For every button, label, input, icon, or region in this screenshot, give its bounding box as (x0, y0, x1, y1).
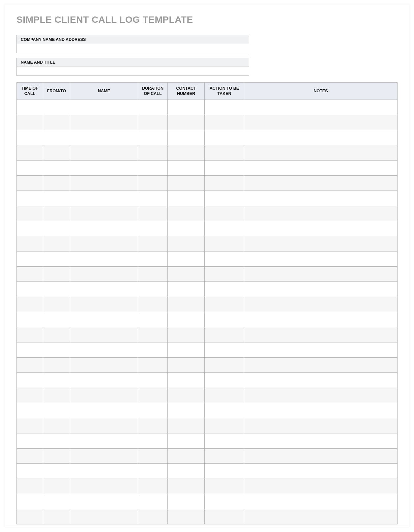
cell-action[interactable] (205, 297, 244, 312)
cell-time[interactable] (17, 145, 43, 161)
cell-duration[interactable] (138, 130, 168, 145)
cell-duration[interactable] (138, 327, 168, 342)
cell-action[interactable] (205, 433, 244, 449)
cell-action[interactable] (205, 388, 244, 403)
cell-time[interactable] (17, 282, 43, 297)
cell-name[interactable] (70, 494, 138, 509)
cell-contact[interactable] (168, 130, 205, 145)
cell-duration[interactable] (138, 373, 168, 388)
cell-contact[interactable] (168, 449, 205, 464)
cell-duration[interactable] (138, 479, 168, 494)
cell-fromto[interactable] (43, 251, 70, 267)
cell-contact[interactable] (168, 373, 205, 388)
cell-notes[interactable] (244, 282, 398, 297)
cell-time[interactable] (17, 312, 43, 327)
cell-contact[interactable] (168, 479, 205, 494)
cell-time[interactable] (17, 100, 43, 115)
cell-name[interactable] (70, 312, 138, 327)
cell-name[interactable] (70, 251, 138, 267)
cell-time[interactable] (17, 297, 43, 312)
cell-fromto[interactable] (43, 130, 70, 145)
cell-duration[interactable] (138, 403, 168, 418)
cell-duration[interactable] (138, 282, 168, 297)
cell-notes[interactable] (244, 145, 398, 161)
cell-notes[interactable] (244, 100, 398, 115)
cell-fromto[interactable] (43, 267, 70, 282)
cell-duration[interactable] (138, 176, 168, 191)
cell-contact[interactable] (168, 191, 205, 206)
cell-notes[interactable] (244, 494, 398, 509)
cell-fromto[interactable] (43, 327, 70, 342)
cell-name[interactable] (70, 161, 138, 176)
cell-notes[interactable] (244, 418, 398, 433)
cell-duration[interactable] (138, 388, 168, 403)
cell-time[interactable] (17, 176, 43, 191)
cell-action[interactable] (205, 267, 244, 282)
cell-name[interactable] (70, 282, 138, 297)
cell-notes[interactable] (244, 236, 398, 251)
cell-action[interactable] (205, 282, 244, 297)
cell-duration[interactable] (138, 251, 168, 267)
cell-name[interactable] (70, 479, 138, 494)
cell-contact[interactable] (168, 145, 205, 161)
cell-fromto[interactable] (43, 433, 70, 449)
cell-fromto[interactable] (43, 509, 70, 524)
cell-time[interactable] (17, 130, 43, 145)
cell-fromto[interactable] (43, 206, 70, 221)
cell-action[interactable] (205, 449, 244, 464)
cell-duration[interactable] (138, 358, 168, 373)
cell-notes[interactable] (244, 115, 398, 130)
cell-time[interactable] (17, 191, 43, 206)
cell-duration[interactable] (138, 236, 168, 251)
cell-fromto[interactable] (43, 191, 70, 206)
cell-contact[interactable] (168, 464, 205, 479)
cell-time[interactable] (17, 115, 43, 130)
cell-fromto[interactable] (43, 100, 70, 115)
cell-contact[interactable] (168, 342, 205, 358)
cell-action[interactable] (205, 176, 244, 191)
cell-duration[interactable] (138, 206, 168, 221)
cell-fromto[interactable] (43, 115, 70, 130)
cell-duration[interactable] (138, 100, 168, 115)
cell-contact[interactable] (168, 115, 205, 130)
cell-notes[interactable] (244, 342, 398, 358)
cell-fromto[interactable] (43, 494, 70, 509)
cell-action[interactable] (205, 509, 244, 524)
cell-contact[interactable] (168, 312, 205, 327)
cell-contact[interactable] (168, 206, 205, 221)
cell-action[interactable] (205, 464, 244, 479)
cell-notes[interactable] (244, 297, 398, 312)
cell-action[interactable] (205, 494, 244, 509)
cell-fromto[interactable] (43, 403, 70, 418)
cell-contact[interactable] (168, 161, 205, 176)
cell-fromto[interactable] (43, 221, 70, 236)
cell-time[interactable] (17, 161, 43, 176)
cell-contact[interactable] (168, 358, 205, 373)
cell-time[interactable] (17, 433, 43, 449)
cell-fromto[interactable] (43, 388, 70, 403)
cell-contact[interactable] (168, 221, 205, 236)
cell-action[interactable] (205, 145, 244, 161)
cell-duration[interactable] (138, 297, 168, 312)
cell-fromto[interactable] (43, 312, 70, 327)
cell-action[interactable] (205, 100, 244, 115)
cell-notes[interactable] (244, 358, 398, 373)
cell-fromto[interactable] (43, 342, 70, 358)
cell-notes[interactable] (244, 403, 398, 418)
cell-action[interactable] (205, 221, 244, 236)
cell-action[interactable] (205, 206, 244, 221)
cell-action[interactable] (205, 115, 244, 130)
cell-action[interactable] (205, 418, 244, 433)
cell-action[interactable] (205, 161, 244, 176)
cell-name[interactable] (70, 464, 138, 479)
cell-time[interactable] (17, 494, 43, 509)
cell-name[interactable] (70, 373, 138, 388)
cell-time[interactable] (17, 449, 43, 464)
cell-contact[interactable] (168, 327, 205, 342)
cell-notes[interactable] (244, 130, 398, 145)
cell-contact[interactable] (168, 494, 205, 509)
cell-fromto[interactable] (43, 479, 70, 494)
cell-time[interactable] (17, 342, 43, 358)
cell-duration[interactable] (138, 449, 168, 464)
cell-action[interactable] (205, 403, 244, 418)
